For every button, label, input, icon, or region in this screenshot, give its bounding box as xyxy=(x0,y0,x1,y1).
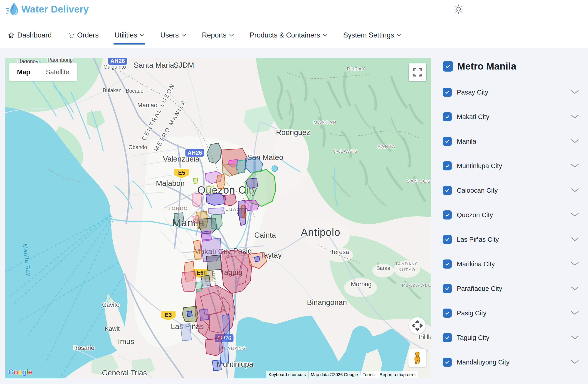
city-row[interactable]: Pasay City xyxy=(443,86,579,99)
satellite-view-button[interactable]: Satellite xyxy=(38,63,77,81)
map-label: CALAWIS xyxy=(333,149,358,154)
city-checkbox[interactable] xyxy=(443,161,452,170)
brand-logo: Water Delivery xyxy=(6,2,89,17)
city-label: Muntinlupa City xyxy=(457,162,502,170)
city-row[interactable]: Manila xyxy=(443,135,579,148)
region-panel: Metro Manila Pasay City Makati City Mani… xyxy=(443,61,579,380)
pegman-control[interactable] xyxy=(408,349,426,367)
check-icon xyxy=(445,114,450,119)
pan-control[interactable] xyxy=(409,317,426,334)
city-label: Parañaque City xyxy=(457,285,502,293)
city-checkbox[interactable] xyxy=(443,137,452,146)
nav-label: Dashboard xyxy=(17,31,52,39)
report-map-error-link[interactable]: Report a map error xyxy=(377,371,419,378)
check-icon xyxy=(445,335,450,340)
chevron-down-icon[interactable] xyxy=(571,164,579,168)
city-list: Pasay City Makati City Manila Muntinlupa… xyxy=(443,86,579,369)
chevron-down-icon[interactable] xyxy=(571,213,579,217)
nav-utilities[interactable]: Utilities xyxy=(110,25,148,45)
chevron-down-icon[interactable] xyxy=(571,237,579,242)
chevron-down-icon[interactable] xyxy=(571,262,579,266)
fullscreen-button[interactable] xyxy=(409,63,426,81)
chevron-down-icon[interactable] xyxy=(571,311,579,315)
chevron-down-icon[interactable] xyxy=(571,360,579,364)
metro-manila-checkbox[interactable] xyxy=(443,61,453,71)
terms-link[interactable]: Terms xyxy=(360,371,377,378)
city-row[interactable]: Makati City xyxy=(443,111,579,123)
map-label: TONDO xyxy=(168,206,188,211)
city-checkbox[interactable] xyxy=(443,309,452,318)
svg-text:E3: E3 xyxy=(165,312,172,318)
keyboard-shortcuts-link[interactable]: Keyboard shortcuts xyxy=(266,371,308,378)
app-header: Water Delivery Dashboard Ord xyxy=(0,0,588,48)
city-row[interactable]: Mandaluyong City xyxy=(443,356,579,369)
map-label: SANTA xyxy=(378,144,396,149)
map-view-button[interactable]: Map xyxy=(9,63,38,81)
region-title-row[interactable]: Metro Manila xyxy=(443,61,579,72)
city-checkbox[interactable] xyxy=(443,88,452,97)
nav-label: Orders xyxy=(77,31,99,39)
city-checkbox[interactable] xyxy=(443,112,452,121)
nav-products-containers[interactable]: Products & Containers xyxy=(246,25,332,45)
city-row[interactable]: Muntinlupa City xyxy=(443,159,579,172)
map-image: HagonoyPaombongGuiguintoSanta MariaSJDMB… xyxy=(5,58,431,378)
chevron-down-icon[interactable] xyxy=(571,114,579,119)
check-icon xyxy=(445,360,450,365)
city-label: Las Piñas City xyxy=(457,236,499,243)
city-row[interactable]: Taguig City xyxy=(443,331,579,344)
chevron-down-icon[interactable] xyxy=(571,139,579,144)
city-row[interactable]: Las Piñas City xyxy=(443,233,579,246)
home-icon xyxy=(8,32,15,39)
svg-text:E6: E6 xyxy=(197,270,204,276)
city-row[interactable]: Pasig City xyxy=(443,307,579,319)
theme-toggle-button[interactable] xyxy=(454,4,463,14)
city-label: Manila xyxy=(457,138,476,145)
chevron-down-icon[interactable] xyxy=(571,335,579,340)
region-title: Metro Manila xyxy=(457,61,516,72)
chevron-down-icon xyxy=(181,34,186,37)
map-label: MASCAP xyxy=(314,120,337,125)
map-label: Marilao xyxy=(137,102,158,109)
map-data-text: Map data ©2026 Google xyxy=(309,371,360,378)
map-label: Cavite xyxy=(102,301,120,308)
nav-dashboard[interactable]: Dashboard xyxy=(4,25,56,45)
map-label: PURAY xyxy=(347,66,365,71)
road-shield: AH26 xyxy=(108,58,127,65)
map-label: Kawit xyxy=(105,325,120,332)
city-checkbox[interactable] xyxy=(443,235,452,244)
city-row[interactable]: Quezon City xyxy=(443,209,579,221)
map-label: Rosario xyxy=(73,344,94,351)
city-row[interactable]: Caloocan City xyxy=(443,184,579,197)
city-label: Quezon City xyxy=(457,211,493,219)
google-logo: Google xyxy=(8,368,32,376)
fullscreen-icon xyxy=(412,67,423,77)
chevron-down-icon[interactable] xyxy=(571,286,579,291)
city-label: Pasig City xyxy=(457,310,486,317)
map-label: General Trias xyxy=(102,369,147,377)
nav-users[interactable]: Users xyxy=(156,25,190,45)
city-checkbox[interactable] xyxy=(443,284,452,293)
check-icon xyxy=(445,212,450,217)
map-label: Paombong xyxy=(47,58,73,63)
city-checkbox[interactable] xyxy=(443,333,452,342)
map-canvas[interactable]: HagonoyPaombongGuiguintoSanta MariaSJDMB… xyxy=(5,58,431,378)
chevron-down-icon[interactable] xyxy=(571,188,579,193)
city-checkbox[interactable] xyxy=(443,259,452,269)
check-icon xyxy=(445,286,450,291)
nav-system-settings[interactable]: System Settings xyxy=(339,25,405,45)
city-checkbox[interactable] xyxy=(443,358,452,367)
map-label: Baras xyxy=(377,265,390,271)
check-icon xyxy=(445,262,450,267)
check-icon xyxy=(445,63,451,69)
chevron-down-icon[interactable] xyxy=(571,90,579,94)
city-checkbox[interactable] xyxy=(443,210,452,220)
city-row[interactable]: Marikina City xyxy=(443,258,579,271)
map-label: TANDANG xyxy=(395,262,419,266)
map-label: Bocaue xyxy=(126,88,144,94)
city-checkbox[interactable] xyxy=(443,186,452,195)
map-label: Teresa xyxy=(331,248,349,255)
nav-orders[interactable]: Orders xyxy=(63,25,103,45)
city-row[interactable]: Parañaque City xyxy=(443,282,579,295)
nav-label: Utilities xyxy=(114,31,137,39)
nav-reports[interactable]: Reports xyxy=(198,25,238,45)
